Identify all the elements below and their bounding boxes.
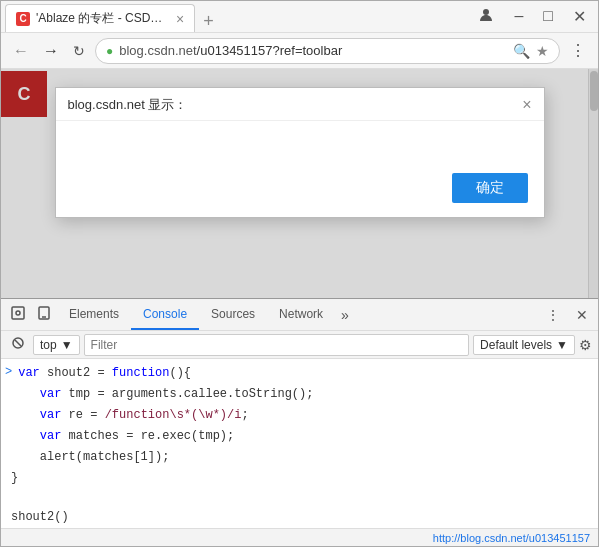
browser-window: C 'Ablaze 的专栏 - CSDN博 × + – □ ✕ ← → ↻ ●: [0, 0, 599, 547]
url-domain: blog.csdn.net: [119, 43, 196, 58]
minimize-button[interactable]: –: [506, 7, 531, 27]
address-bar: ← → ↻ ● blog.csdn.net/u013451157?ref=too…: [1, 33, 598, 69]
devtools-tab-elements[interactable]: Elements: [57, 299, 131, 330]
forward-button[interactable]: →: [39, 40, 63, 62]
alert-overlay: blog.csdn.net 显示： × 确定: [1, 69, 598, 298]
url-text: blog.csdn.net/u013451157?ref=toolbar: [119, 43, 507, 58]
devtools-settings-icon[interactable]: ⋮: [540, 303, 566, 327]
svg-line-6: [15, 340, 21, 346]
back-button[interactable]: ←: [9, 40, 33, 62]
svg-point-0: [483, 9, 489, 15]
console-line-2: var tmp = arguments.callee.toString();: [1, 384, 598, 405]
refresh-button[interactable]: ↻: [69, 41, 89, 61]
alert-close-button[interactable]: ×: [522, 96, 531, 114]
devtools-inspect-button[interactable]: [5, 302, 31, 327]
console-code-5: alert(matches[1]);: [11, 448, 169, 466]
ssl-icon: ●: [106, 44, 113, 58]
console-code-7: shout2(): [11, 508, 69, 526]
tab-favicon: C: [16, 12, 30, 26]
console-code-2: var tmp = arguments.callee.toString();: [11, 385, 313, 403]
console-footer: http://blog.csdn.net/u013451157: [1, 528, 598, 546]
tab-area: C 'Ablaze 的专栏 - CSDN博 × +: [5, 1, 462, 32]
console-log-level-selector[interactable]: Default levels ▼: [473, 335, 575, 355]
svg-rect-1: [12, 307, 24, 319]
devtools-tab-sources[interactable]: Sources: [199, 299, 267, 330]
console-prompt-1: >: [5, 364, 12, 379]
console-code-6: }: [11, 469, 18, 487]
devtools-more-tabs-button[interactable]: »: [335, 303, 355, 327]
account-icon[interactable]: [470, 7, 502, 27]
console-line-6: }: [1, 468, 598, 489]
devtools-close-button[interactable]: ✕: [570, 303, 594, 327]
devtools-panel: Elements Console Sources Network » ⋮ ✕: [1, 298, 598, 546]
console-code-1: var shout2 = function(){: [18, 364, 191, 382]
close-button[interactable]: ✕: [565, 7, 594, 27]
console-line-blank: [1, 489, 598, 507]
alert-title: blog.csdn.net 显示：: [68, 96, 188, 114]
console-output[interactable]: > var shout2 = function(){ var tmp = arg…: [1, 359, 598, 528]
search-icon[interactable]: 🔍: [513, 43, 530, 59]
devtools-tab-console-label: Console: [143, 307, 187, 321]
devtools-tab-sources-label: Sources: [211, 307, 255, 321]
window-controls: – □ ✕: [470, 7, 594, 27]
console-line-7: shout2(): [1, 507, 598, 528]
devtools-tab-bar: Elements Console Sources Network » ⋮ ✕: [1, 299, 598, 331]
console-code-3: var re = /function\s*(\w*)/i;: [11, 406, 249, 424]
active-tab[interactable]: C 'Ablaze 的专栏 - CSDN博 ×: [5, 4, 195, 32]
log-level-dropdown-icon: ▼: [556, 338, 568, 352]
devtools-device-button[interactable]: [31, 302, 57, 327]
log-level-value: Default levels: [480, 338, 552, 352]
console-footer-link[interactable]: http://blog.csdn.net/u013451157: [433, 532, 590, 544]
devtools-tab-elements-label: Elements: [69, 307, 119, 321]
console-settings-icon[interactable]: ⚙: [579, 337, 592, 353]
console-line-4: var matches = re.exec(tmp);: [1, 426, 598, 447]
alert-header: blog.csdn.net 显示： ×: [56, 88, 544, 121]
alert-dialog: blog.csdn.net 显示： × 确定: [55, 87, 545, 218]
browser-content: C 了解|触发|改变你|E告知可以可口 blog.csdn.net 显示： × …: [1, 69, 598, 298]
console-line-3: var re = /function\s*(\w*)/i;: [1, 405, 598, 426]
url-box[interactable]: ● blog.csdn.net/u013451157?ref=toolbar 🔍…: [95, 38, 560, 64]
url-path: /u013451157?ref=toolbar: [197, 43, 343, 58]
svg-point-2: [16, 311, 20, 315]
console-toolbar: top ▼ Default levels ▼ ⚙: [1, 331, 598, 359]
context-dropdown-icon: ▼: [61, 338, 73, 352]
devtools-toolbar-right: ⋮ ✕: [540, 303, 594, 327]
devtools-tab-network-label: Network: [279, 307, 323, 321]
console-clear-button[interactable]: [7, 334, 29, 355]
title-bar: C 'Ablaze 的专栏 - CSDN博 × + – □ ✕: [1, 1, 598, 33]
alert-body: [56, 121, 544, 165]
devtools-tab-console[interactable]: Console: [131, 299, 199, 330]
console-line-5: alert(matches[1]);: [1, 447, 598, 468]
bookmark-icon[interactable]: ★: [536, 43, 549, 59]
alert-ok-button[interactable]: 确定: [452, 173, 528, 203]
menu-button[interactable]: ⋮: [566, 39, 590, 62]
console-line-1: > var shout2 = function(){: [1, 363, 598, 384]
new-tab-button[interactable]: +: [195, 11, 222, 32]
console-filter-input[interactable]: [84, 334, 469, 356]
context-value: top: [40, 338, 57, 352]
console-context-selector[interactable]: top ▼: [33, 335, 80, 355]
alert-footer: 确定: [56, 165, 544, 217]
console-code-4: var matches = re.exec(tmp);: [11, 427, 234, 445]
tab-close-button[interactable]: ×: [176, 11, 184, 27]
tab-title: 'Ablaze 的专栏 - CSDN博: [36, 10, 166, 27]
devtools-tab-network[interactable]: Network: [267, 299, 335, 330]
maximize-button[interactable]: □: [535, 7, 561, 27]
